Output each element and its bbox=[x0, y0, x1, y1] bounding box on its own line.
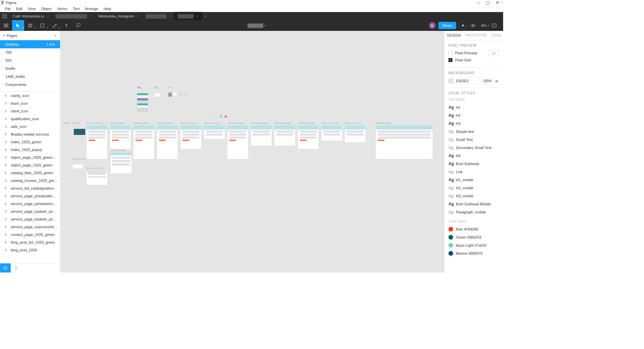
text-tool[interactable]: T bbox=[60, 20, 72, 31]
layer-item[interactable]: team_icon bbox=[0, 99, 60, 107]
layer-item[interactable]: blog_post_list_1920_green bbox=[0, 238, 60, 246]
page-item[interactable]: 320 bbox=[0, 56, 60, 64]
present-button[interactable] bbox=[459, 21, 468, 30]
hex-input[interactable]: E5E5E5 bbox=[454, 78, 480, 84]
frame-label[interactable]: Ро... bbox=[168, 86, 174, 89]
prototype-tab[interactable]: PROTOTYPE bbox=[465, 34, 487, 37]
comment-tool[interactable] bbox=[72, 20, 85, 31]
home-icon[interactable] bbox=[0, 12, 9, 20]
layer-item[interactable]: service_page_soprovozhdenie_1920 bbox=[0, 223, 60, 231]
pages-header[interactable]: ▾ Pages + bbox=[0, 31, 60, 40]
layer-item[interactable]: catalog_flats_1920_green bbox=[0, 169, 60, 177]
text-style-row[interactable]: AgH1_mobile bbox=[448, 176, 499, 184]
frame-label[interactable]: Фо... bbox=[137, 86, 144, 89]
layer-item[interactable]: qualification_icon bbox=[0, 115, 60, 122]
tab-close-icon[interactable]: × bbox=[196, 14, 198, 18]
text-style-row[interactable]: AgH1 bbox=[448, 103, 499, 111]
frame-label[interactable]: service_page... bbox=[227, 121, 246, 124]
document-name[interactable]: ██████ bbox=[248, 23, 263, 28]
layers-tab-icon[interactable] bbox=[0, 263, 11, 273]
layer-item[interactable]: index_1920_green bbox=[0, 138, 60, 146]
text-style-row[interactable]: AgH4 bbox=[448, 152, 499, 160]
scale-select[interactable]: 1x bbox=[488, 50, 499, 56]
menu-arrange[interactable]: Arrange bbox=[83, 6, 101, 11]
menu-view[interactable]: View bbox=[25, 6, 39, 11]
pen-tool[interactable]: ▾ bbox=[48, 20, 60, 31]
color-style-row[interactable]: Green #066253 bbox=[448, 233, 499, 241]
maximize-button[interactable]: ▢ bbox=[486, 0, 490, 5]
pixel-preview-checkbox[interactable]: Pixel Preview 1x bbox=[448, 50, 499, 56]
shape-tool[interactable]: ▾ bbox=[36, 20, 48, 31]
frame-label[interactable]: service_page... bbox=[274, 121, 292, 124]
frame-label[interactable]: Квар... bbox=[63, 121, 71, 124]
layer-item[interactable]: contact_page_1920_green bbox=[0, 231, 60, 238]
frame-label[interactable]: service_list_c... bbox=[180, 121, 199, 124]
text-style-row[interactable]: AgLink bbox=[448, 168, 499, 176]
layer-item[interactable]: client_icon bbox=[0, 107, 60, 115]
frame-tool[interactable]: ▾ bbox=[24, 20, 36, 31]
tab-close-icon[interactable]: × bbox=[90, 14, 92, 18]
layer-item[interactable]: clarity_icon bbox=[0, 92, 60, 99]
frame-label[interactable]: catalog_flats_... bbox=[133, 121, 152, 124]
page-item[interactable]: Drafts bbox=[0, 64, 60, 72]
page-item-desktop[interactable]: Desktop1 of 6 bbox=[0, 40, 60, 48]
color-style-row[interactable]: Aqua Light #7acfcf bbox=[448, 241, 499, 249]
frame-label[interactable]: object_page... bbox=[111, 149, 127, 152]
layer-item[interactable]: service_list_catalogization_1920 bbox=[0, 184, 60, 192]
file-tab[interactable]: liderpoiska_instagram× bbox=[95, 12, 142, 20]
menu-vector[interactable]: Vector bbox=[54, 6, 70, 11]
layer-item[interactable]: service_page_privatization_1920 bbox=[0, 192, 60, 200]
text-style-row[interactable]: AgH2 bbox=[448, 111, 499, 119]
layer-item[interactable]: catalog_houses_1920_green bbox=[0, 177, 60, 184]
layer-item[interactable]: safe_icon bbox=[0, 122, 60, 130]
page-item[interactable]: 768 bbox=[0, 48, 60, 56]
frame-label[interactable]: Дома bbox=[73, 121, 80, 124]
layer-item[interactable]: service_page_kadastr_price_imac_... bbox=[0, 207, 60, 215]
tab-close-icon[interactable]: × bbox=[47, 14, 49, 18]
file-tab-active[interactable]: ██████× bbox=[174, 12, 202, 20]
file-tab[interactable]: ████████████× bbox=[52, 12, 95, 20]
frame-label[interactable]: index_1920_p... bbox=[87, 167, 106, 170]
page-item[interactable]: 1440_drafts bbox=[0, 72, 60, 81]
chevron-down-icon[interactable]: ▾ bbox=[265, 24, 266, 27]
pixel-grid-checkbox[interactable]: ✓ Pixel Grid bbox=[448, 58, 499, 62]
library-icon[interactable] bbox=[492, 23, 500, 28]
frame-label[interactable]: catalog_hous... bbox=[157, 121, 175, 124]
frame-label[interactable]: service_page... bbox=[251, 121, 269, 124]
layer-item[interactable]: index_1920_popup bbox=[0, 146, 60, 153]
layer-item[interactable]: object_page_1920_green_alt bbox=[0, 153, 60, 161]
minimize-button[interactable]: ─ bbox=[477, 0, 480, 5]
design-tab[interactable]: DESIGN bbox=[447, 34, 461, 37]
hamburger-menu-icon[interactable] bbox=[0, 20, 12, 31]
text-style-row[interactable]: AgSecondary Small Text bbox=[448, 144, 499, 152]
layer-item[interactable]: object_page_1920_green bbox=[0, 161, 60, 169]
frame-label[interactable]: Форма за... bbox=[72, 157, 87, 160]
close-button[interactable]: ✕ bbox=[496, 0, 499, 5]
view-settings-icon[interactable] bbox=[470, 24, 478, 27]
color-style-row[interactable]: Marine #005078 bbox=[448, 249, 499, 257]
text-style-row[interactable]: AgSmall Text bbox=[448, 136, 499, 144]
menu-edit[interactable]: Edit bbox=[13, 6, 25, 11]
frame-label[interactable]: index_1920_g... bbox=[87, 121, 106, 124]
frame-label[interactable]: object_page... bbox=[110, 121, 127, 124]
menu-object[interactable]: Object bbox=[38, 6, 54, 11]
frame-label[interactable]: Гл... bbox=[154, 86, 160, 89]
zoom-level[interactable]: 4%▾ bbox=[481, 23, 489, 28]
text-style-row[interactable]: AgBold Subhead Mobile bbox=[448, 200, 499, 208]
menu-text[interactable]: Text bbox=[70, 6, 82, 11]
opacity-input[interactable]: 100% bbox=[482, 78, 493, 84]
tab-add-button[interactable]: + bbox=[202, 13, 210, 19]
menu-help[interactable]: Help bbox=[101, 6, 114, 11]
text-style-row[interactable]: AgH3 bbox=[448, 119, 499, 128]
text-style-row[interactable]: AgBold Subhead bbox=[448, 160, 499, 168]
assets-tab-icon[interactable] bbox=[11, 263, 21, 273]
frame-label[interactable]: contact_page... bbox=[298, 121, 316, 124]
canvas[interactable]: Фо... Гл... Ро... Квар... Дома Форма за.… bbox=[60, 31, 444, 272]
add-page-button[interactable]: + bbox=[54, 33, 57, 38]
text-style-row[interactable]: AgH2_mobile bbox=[448, 184, 499, 192]
color-swatch[interactable] bbox=[448, 79, 453, 83]
tab-close-icon[interactable]: × bbox=[137, 14, 139, 18]
frame-label[interactable]: blog_post_list... bbox=[321, 121, 340, 124]
layer-item[interactable]: blog_post_1920 bbox=[0, 246, 60, 254]
text-style-row[interactable]: AgH3_mobile bbox=[448, 192, 499, 200]
